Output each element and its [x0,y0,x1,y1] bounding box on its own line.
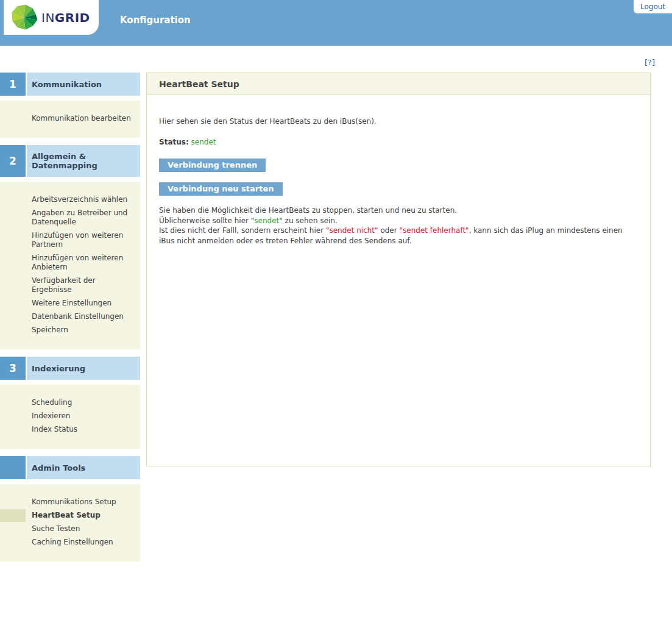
sidebar-item-arbeitsverzeichnis-waehlen[interactable]: Arbeitsverzeichnis wählen [0,195,140,204]
status-error-term-2: "sendet fehlerhaft" [400,226,469,235]
section-title-allgemein-datenmapping: Allgemein & Datenmapping [27,145,140,177]
ingrid-wordmark: INGRID [41,10,90,25]
status-label: Status: [159,138,189,146]
restart-button[interactable]: Verbindung neu starten [159,182,283,196]
sidebar-section-allgemein-datenmapping: 2 Allgemein & Datenmapping Arbeitsverzei… [0,145,140,349]
description-line-2-after: " zu sehen sein. [279,216,337,225]
sidebar-item-kommunikation-bearbeiten[interactable]: Kommunikation bearbeiten [0,114,140,123]
section-number-3: 3 [0,357,26,380]
sidebar-item-datenbank-einstellungen[interactable]: Datenbank Einstellungen [0,312,140,321]
app-header: INGRID Konfiguration Logout [0,0,672,46]
disconnect-button[interactable]: Verbindung trennen [159,159,266,172]
intro-text: Hier sehen sie den Status der HeartBeats… [159,117,638,126]
sidebar-section-admin-tools: Admin Tools Kommunikations Setup HeartBe… [0,456,140,562]
sidebar-item-angaben-betreiber-datenquelle[interactable]: Angaben zu Betreiber und Datenquelle [0,209,140,227]
status-value: sendet [191,138,216,146]
sidebar-navigation: 1 Kommunikation Kommunikation bearbeiten… [0,73,140,569]
section-title-kommunikation: Kommunikation [27,73,140,96]
help-link[interactable]: [?] [645,58,655,67]
sidebar-item-kommunikations-setup[interactable]: Kommunikations Setup [0,498,140,507]
help-row: [?] [0,46,672,68]
page-title: HeartBeat Setup [147,73,650,95]
section-number-1: 1 [0,73,26,96]
status-line: Status: sendet [159,138,638,146]
description-line-1: Sie haben die Möglichkeit die HeartBeats… [159,206,457,215]
sidebar-item-hinzufuegen-partnern[interactable]: Hinzufügen von weiteren Partnern [0,231,140,249]
description-line-3-between: oder [378,226,400,235]
content-panel: HeartBeat Setup Hier sehen sie den Statu… [146,73,651,466]
sidebar-item-verfuegbarkeit-ergebnisse[interactable]: Verfügbarkeit der Ergebnisse [0,276,140,294]
page-header-title: Konfiguration [120,15,191,26]
sidebar-item-heartbeat-setup[interactable]: HeartBeat Setup [0,511,140,520]
sidebar-item-scheduling[interactable]: Scheduling [0,398,140,407]
ingrid-gem-icon [10,3,39,32]
sidebar-item-caching-einstellungen[interactable]: Caching Einstellungen [0,538,140,547]
sidebar-item-weitere-einstellungen[interactable]: Weitere Einstellungen [0,299,140,308]
section-number-2: 2 [0,145,26,177]
ingrid-logo: INGRID [4,0,99,35]
section-title-indexierung: Indexierung [27,357,140,380]
sidebar-section-kommunikation: 1 Kommunikation Kommunikation bearbeiten [0,73,140,138]
section-title-admin-tools: Admin Tools [27,456,140,479]
description-text: Sie haben die Möglichkeit die HeartBeats… [159,205,638,246]
description-line-2-before: Üblicherweise sollte hier " [159,216,254,225]
section-number-admin [0,456,26,479]
description-line-3-before: Ist dies nicht der Falll, sondern ersche… [159,226,326,235]
sidebar-item-suche-testen[interactable]: Suche Testen [0,524,140,533]
sidebar-section-indexierung: 3 Indexierung Scheduling Indexieren Inde… [0,357,140,449]
sidebar-item-indexieren[interactable]: Indexieren [0,412,140,421]
status-ok-term: sendet [254,216,279,225]
sidebar-item-hinzufuegen-anbietern[interactable]: Hinzufügen von weiteren Anbietern [0,254,140,272]
status-error-term-1: "sendet nicht" [326,226,378,235]
sidebar-item-speichern[interactable]: Speichern [0,326,140,335]
logout-button[interactable]: Logout [634,0,672,13]
sidebar-item-index-status[interactable]: Index Status [0,425,140,434]
